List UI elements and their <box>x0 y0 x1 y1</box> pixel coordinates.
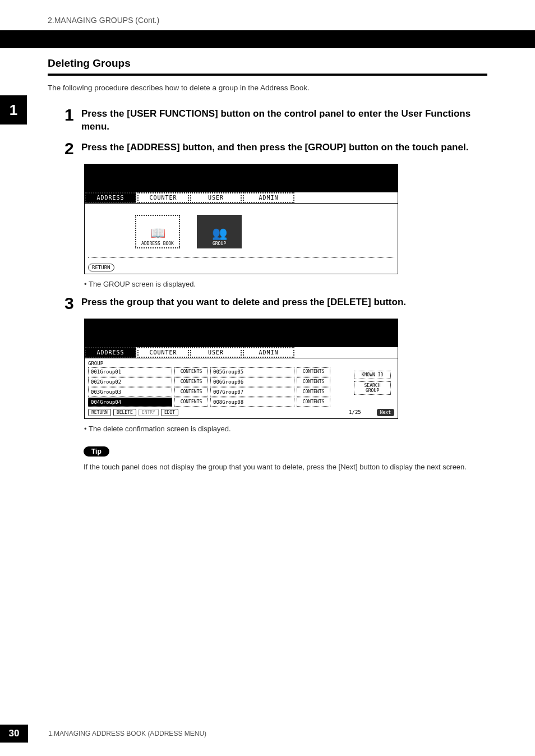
step-number: 1 <box>64 107 76 123</box>
screenshot-header-black <box>85 319 398 347</box>
step-2: 2 Press the [ADDRESS] button, and then p… <box>64 140 487 157</box>
note-group-screen: The GROUP screen is displayed. <box>84 280 487 288</box>
step-text: Press the [USER FUNCTIONS] button on the… <box>81 107 487 133</box>
tab-address[interactable]: ADDRESS <box>85 192 136 203</box>
group-item-005[interactable]: 005Group05 <box>210 367 294 376</box>
tab-user[interactable]: USER <box>190 347 242 358</box>
note-delete-confirmation: The delete confirmation screen is displa… <box>84 425 487 433</box>
group-item-008[interactable]: 008Group08 <box>210 398 294 407</box>
step-1: 1 Press the [USER FUNCTIONS] button on t… <box>64 107 487 133</box>
step-number: 3 <box>64 295 76 312</box>
step-3: 3 Press the group that you want to delet… <box>64 295 487 312</box>
contents-button[interactable]: CONTENTS <box>297 398 330 407</box>
tip-badge: Tip <box>84 446 109 457</box>
group-item-001[interactable]: 001Group01 <box>88 367 172 376</box>
icon-label: GROUP <box>213 241 226 246</box>
group-item-003[interactable]: 003Group03 <box>88 388 172 397</box>
group-item-002[interactable]: 002Group02 <box>88 377 172 386</box>
next-button[interactable]: Next <box>377 409 394 416</box>
screenshot-address-group: ADDRESS COUNTER USER ADMIN 📖 ADDRESS BOO… <box>84 164 398 274</box>
address-book-icon-button[interactable]: 📖 ADDRESS BOOK <box>135 215 180 248</box>
group-item-007[interactable]: 007Group07 <box>210 388 294 397</box>
title-underline <box>48 73 487 76</box>
contents-button[interactable]: CONTENTS <box>174 398 208 407</box>
group-icon: 👥 <box>212 226 227 240</box>
contents-button[interactable]: CONTENTS <box>174 367 208 376</box>
return-button[interactable]: RETURN <box>88 264 114 271</box>
tip-text: If the touch panel does not display the … <box>84 462 487 472</box>
header-divider <box>0 30 535 48</box>
footer-text: 1.MANAGING ADDRESS BOOK (ADDRESS MENU) <box>48 730 206 737</box>
contents-button[interactable]: CONTENTS <box>297 388 330 397</box>
section-title: Deleting Groups <box>48 57 487 70</box>
intro-text: The following procedure describes how to… <box>48 84 487 92</box>
return-button[interactable]: RETURN <box>88 409 111 416</box>
tab-user[interactable]: USER <box>190 192 242 203</box>
page-indicator: 1/25 <box>349 409 361 415</box>
icon-label: ADDRESS BOOK <box>141 241 174 246</box>
edit-button[interactable]: EDIT <box>161 409 178 416</box>
tab-counter[interactable]: COUNTER <box>137 192 189 203</box>
tab-address[interactable]: ADDRESS <box>85 347 136 358</box>
entry-button[interactable]: ENTRY <box>139 409 159 416</box>
step-text: Press the [ADDRESS] button, and then pre… <box>81 140 468 154</box>
screenshot-group-list: ADDRESS COUNTER USER ADMIN GROUP KNOWN I… <box>84 319 398 419</box>
contents-button[interactable]: CONTENTS <box>174 388 208 397</box>
page-footer: 30 1.MANAGING ADDRESS BOOK (ADDRESS MENU… <box>0 725 206 743</box>
group-item-004-selected[interactable]: 004Group04 <box>88 398 172 407</box>
contents-button[interactable]: CONTENTS <box>174 377 208 386</box>
contents-button[interactable]: CONTENTS <box>297 367 330 376</box>
tab-counter[interactable]: COUNTER <box>137 347 189 358</box>
tab-admin[interactable]: ADMIN <box>243 347 294 358</box>
group-section-label: GROUP <box>88 361 398 366</box>
delete-button[interactable]: DELETE <box>113 409 136 416</box>
breadcrumb: 2.MANAGING GROUPS (Cont.) <box>48 16 487 25</box>
address-book-icon: 📖 <box>150 226 165 240</box>
tab-admin[interactable]: ADMIN <box>243 192 294 203</box>
contents-button[interactable]: CONTENTS <box>297 377 330 386</box>
separator <box>88 257 394 258</box>
search-group-button[interactable]: SEARCH GROUP <box>354 381 391 395</box>
group-item-006[interactable]: 006Group06 <box>210 377 294 386</box>
screenshot-header-black <box>85 164 398 192</box>
known-id-button[interactable]: KNOWN ID <box>354 371 391 379</box>
group-icon-button[interactable]: 👥 GROUP <box>197 215 242 248</box>
chapter-tab: 1 <box>0 95 27 125</box>
step-number: 2 <box>64 140 76 157</box>
step-text: Press the group that you want to delete … <box>81 295 406 309</box>
page-number: 30 <box>0 725 28 743</box>
